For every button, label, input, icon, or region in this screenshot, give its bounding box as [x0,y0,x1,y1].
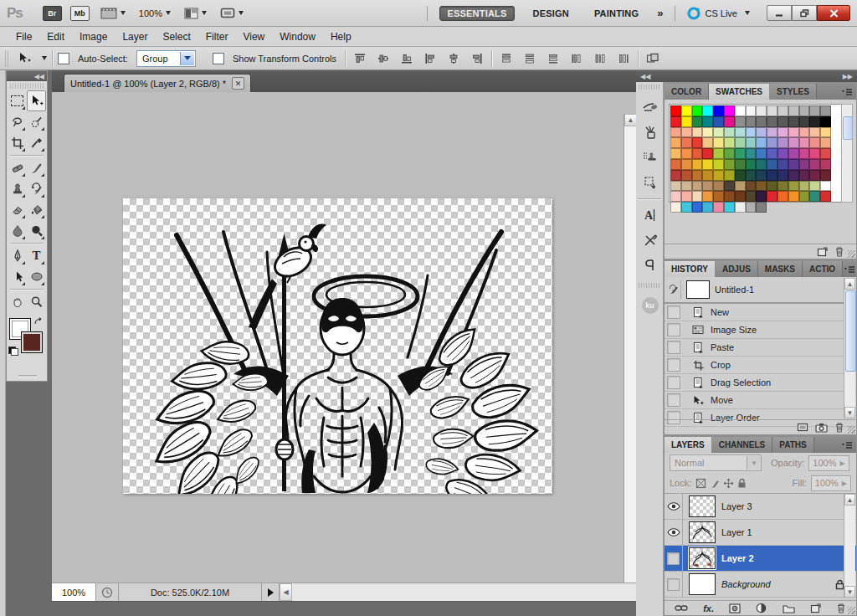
swatch[interactable] [670,127,681,138]
swatch[interactable] [788,148,799,159]
status-timer-button[interactable] [96,583,119,601]
cslive-button[interactable]: CS Live [687,7,750,20]
tool-eraser[interactable] [8,199,27,220]
layer-row-background[interactable]: Background [665,572,856,598]
fill-field[interactable]: 100%▶ [811,475,851,491]
visibility-toggle[interactable] [665,494,683,519]
swatch[interactable] [713,202,724,213]
layer-style-fx-icon[interactable]: fx. [703,603,714,613]
tab-masks[interactable]: MASKS [758,261,803,277]
swatch[interactable] [702,137,713,148]
document-tab[interactable]: Untitled-1 @ 100% (Layer 2, RGB/8) * ✕ [64,74,251,92]
swatch[interactable] [777,137,788,148]
resize-grip[interactable] [848,250,855,258]
background-color-swatch[interactable] [21,331,43,353]
swatch[interactable] [777,116,788,127]
swatch[interactable] [820,191,831,202]
layer-thumbnail[interactable] [689,521,716,543]
swatch[interactable] [767,127,777,138]
canvas[interactable] [123,198,552,494]
workspace-painting-button[interactable]: PAINTING [588,7,645,20]
menu-file[interactable]: File [8,28,39,45]
panel-menu-icon[interactable] [843,261,856,277]
swatch[interactable] [756,191,767,202]
swatch[interactable] [799,127,810,138]
tab-swatches[interactable]: SWATCHES [709,84,770,100]
tool-rectangular-marquee[interactable] [8,90,27,111]
swatch[interactable] [735,127,746,138]
scroll-down-icon[interactable]: ▼ [844,586,855,598]
swatch[interactable] [809,191,820,202]
swatch[interactable] [681,148,692,159]
history-scrollbar[interactable]: ▲ ▼ [844,278,855,418]
tool-presets-icon[interactable] [636,228,664,253]
adjustment-layer-icon[interactable] [756,603,767,613]
workspace-design-button[interactable]: DESIGN [526,7,576,20]
align-top-icon[interactable] [351,49,369,68]
delete-layer-icon[interactable] [836,603,846,613]
menu-view[interactable]: View [235,28,272,45]
align-hcenter-icon[interactable] [444,49,463,68]
layer-name[interactable]: Layer 2 [721,553,754,563]
swatch[interactable] [820,170,831,181]
history-snapshot-row[interactable]: Untitled-1 [665,277,856,304]
tab-styles[interactable]: STYLES [770,84,817,100]
minimize-button[interactable] [767,5,792,21]
swatch[interactable] [713,105,724,116]
swatch[interactable] [799,148,810,159]
delete-swatch-icon[interactable] [834,246,844,257]
layer-name[interactable]: Background [721,579,771,589]
swatch[interactable] [788,137,799,148]
swatch[interactable] [735,116,746,127]
character-icon[interactable]: A [636,203,664,228]
swatch[interactable] [713,148,724,159]
layers-scrollbar[interactable]: ▲ ▼ [844,494,855,598]
swatch[interactable] [788,116,799,127]
status-flyout-button[interactable] [262,583,279,601]
collapse-tools-button[interactable]: ◀◀ [7,71,47,81]
swatch[interactable] [799,137,810,148]
swatch[interactable] [670,181,681,192]
distribute-left-icon[interactable] [567,49,586,68]
swatch[interactable] [702,181,713,192]
resize-grip[interactable] [848,607,855,614]
swatch[interactable] [702,116,713,127]
swatch[interactable] [756,148,767,159]
swatch[interactable] [756,170,767,181]
swatch[interactable] [767,116,777,127]
swatch[interactable] [820,159,831,170]
new-group-icon[interactable] [783,603,795,613]
tool-history-brush[interactable] [27,178,46,199]
swatch[interactable] [767,105,777,116]
strip-grip[interactable] [639,85,660,90]
swatch[interactable] [788,170,799,181]
swatch[interactable] [702,159,713,170]
swatch[interactable] [681,202,692,213]
history-state[interactable]: Drag Selection [665,374,856,392]
align-right-icon[interactable] [468,49,486,68]
swatch[interactable] [756,116,767,127]
swatch[interactable] [724,170,735,181]
swatch[interactable] [681,116,692,127]
swatch[interactable] [670,116,681,127]
swatch[interactable] [692,116,703,127]
swatch[interactable] [809,116,820,127]
swatch[interactable] [788,181,799,192]
swatch[interactable] [670,191,681,202]
swatch[interactable] [746,137,757,148]
distribute-bottom-icon[interactable] [544,49,562,68]
swatch[interactable] [767,148,777,159]
history-source-box[interactable] [667,358,680,372]
swatch[interactable] [692,137,703,148]
menu-image[interactable]: Image [72,28,115,45]
swatch[interactable] [724,116,735,127]
swatch[interactable] [788,191,799,202]
horizontal-scrollbar[interactable]: ◀ [279,583,636,601]
tool-clone-stamp[interactable] [8,178,27,199]
view-extras-button[interactable] [98,7,128,20]
swatch[interactable] [713,137,724,148]
tools-resize-grip[interactable] [18,375,37,378]
swatch[interactable] [702,127,713,138]
swatch[interactable] [799,170,810,181]
auto-select-checkbox[interactable] [58,53,69,64]
